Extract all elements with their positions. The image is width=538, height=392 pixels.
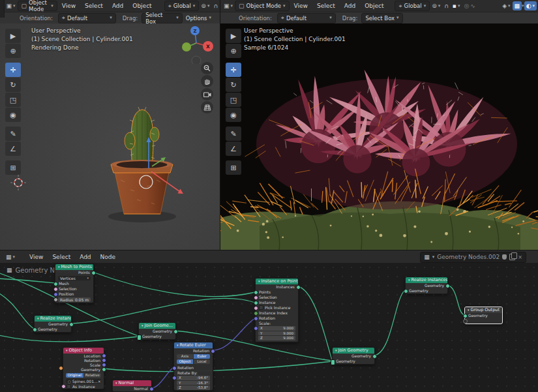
radius-field[interactable]: Radius0.05 m xyxy=(58,297,91,302)
snapping-button[interactable]: ⊚ ▾ xyxy=(199,1,211,10)
socket-geometry-in[interactable] xyxy=(33,327,37,332)
socket-normal-out[interactable] xyxy=(149,387,154,391)
mode-select[interactable]: ▢ Object Mode ▾ xyxy=(235,1,290,11)
clear-object-button[interactable]: × xyxy=(98,379,101,384)
socket-instance-in[interactable] xyxy=(254,301,258,305)
socket-position-in[interactable] xyxy=(53,292,58,297)
editor-type-button[interactable]: ▦ ▾ xyxy=(4,252,17,262)
menu-select[interactable]: Select xyxy=(80,3,108,9)
socket-rotation-out[interactable] xyxy=(211,349,215,354)
node-mesh-to-points[interactable]: ▾Mesh to Points Points Vertices▾ Mesh Se… xyxy=(55,264,94,303)
node-tree-selector[interactable]: ▦ ▾ Geometry Nodes.002 × xyxy=(420,252,526,263)
annotate-tool[interactable]: ✎ xyxy=(226,127,241,141)
rotate-x-field[interactable]: X-94.6° xyxy=(177,376,210,380)
orthographic-toggle-button[interactable] xyxy=(201,101,213,113)
measure-tool[interactable]: ∠ xyxy=(226,142,241,156)
socket-scale-in[interactable] xyxy=(254,326,258,331)
node-header[interactable]: ▾Group Output xyxy=(465,307,502,313)
show-overlays-button[interactable]: ▩ xyxy=(513,1,522,10)
rotate-y-field[interactable]: Y-16.3° xyxy=(177,381,210,385)
menu-node[interactable]: Node xyxy=(96,254,121,260)
unlink-button[interactable]: × xyxy=(518,254,522,260)
cursor-tool[interactable]: ⊕ xyxy=(5,44,21,58)
menu-add[interactable]: Add xyxy=(108,3,128,9)
snap-magnet-button[interactable]: ∩ xyxy=(442,1,451,10)
pick-instance-checkbox[interactable] xyxy=(259,305,263,310)
as-instance-checkbox[interactable] xyxy=(67,384,71,389)
socket-pick-instance-in[interactable] xyxy=(254,306,258,310)
socket-selection-in[interactable] xyxy=(53,287,58,292)
drag-dropdown[interactable]: Select Box ▾ xyxy=(142,13,182,23)
pan-hand-button[interactable] xyxy=(201,75,213,87)
socket-instances-out[interactable] xyxy=(296,285,301,290)
orientation-dropdown[interactable]: ⌖ Default ▾ xyxy=(277,13,336,23)
menu-add[interactable]: Add xyxy=(75,254,95,260)
socket-rotation-out[interactable] xyxy=(102,358,106,363)
menu-object[interactable]: Object xyxy=(128,3,156,9)
mode-select[interactable]: ▢ Object Mode ▾ xyxy=(18,1,57,11)
drag-dropdown[interactable]: Select Box ▾ xyxy=(361,13,402,23)
node-header[interactable]: ▾Mesh to Points xyxy=(55,264,93,270)
socket-virtual-in[interactable] xyxy=(463,319,468,324)
socket-geometry-multi-in[interactable] xyxy=(137,335,142,340)
3d-viewport-right[interactable]: User Perspective (1) Scene Collection | … xyxy=(220,23,538,250)
scale-x-field[interactable]: X9.000 xyxy=(258,326,295,331)
transform-tool[interactable]: ◉ xyxy=(226,108,241,122)
scale-tool[interactable]: ◳ xyxy=(5,93,21,107)
menu-view[interactable]: View xyxy=(25,254,48,260)
orientation-dropdown[interactable]: ⌖ Default ▾ xyxy=(58,13,116,23)
node-header[interactable]: ▾Join Geome... xyxy=(139,323,175,329)
node-join-geometry-right[interactable]: ▾Join Geometry Geometry Geometry xyxy=(332,347,375,365)
camera-view-button[interactable] xyxy=(201,88,213,100)
menu-object[interactable]: Object xyxy=(360,3,388,9)
socket-geometry-out[interactable] xyxy=(69,322,74,327)
snapping-button[interactable]: ⊚ ▾ xyxy=(430,1,442,10)
socket-rotation-in[interactable] xyxy=(172,366,177,370)
measure-tool[interactable]: ∠ xyxy=(5,142,21,156)
object-button[interactable]: Object xyxy=(177,359,193,364)
socket-geometry-in[interactable] xyxy=(463,314,468,318)
menu-select[interactable]: Select xyxy=(312,3,340,9)
rotate-tool[interactable]: ↻ xyxy=(226,78,241,92)
domain-dropdown[interactable]: Vertices▾ xyxy=(58,276,91,280)
node-header[interactable]: ▾Object Info xyxy=(63,348,104,354)
menu-select[interactable]: Select xyxy=(48,254,75,260)
local-button[interactable]: Local xyxy=(194,359,210,364)
menu-view[interactable]: View xyxy=(57,3,80,9)
socket-geometry-out[interactable] xyxy=(102,367,106,372)
editor-type-button[interactable]: ▣ ▾ xyxy=(5,1,18,10)
relative-button[interactable]: Relative xyxy=(84,373,102,378)
cursor-tool[interactable]: ⊕ xyxy=(226,44,241,58)
zoom-button[interactable] xyxy=(201,62,213,74)
scale-z-field[interactable]: Z9.000 xyxy=(258,336,295,340)
node-instance-on-points[interactable]: ▾Instance on Points Instances Points Sel… xyxy=(255,278,299,342)
socket-scale-out[interactable] xyxy=(102,363,106,367)
node-join-geometry-left[interactable]: ▾Join Geome... Geometry Geometry xyxy=(138,322,176,340)
socket-selection-in[interactable] xyxy=(254,295,258,300)
scale-y-field[interactable]: Y9.000 xyxy=(258,331,295,336)
rotate-tool[interactable]: ↻ xyxy=(5,78,21,92)
transform-tool[interactable]: ◉ xyxy=(5,108,21,122)
pivot-point-button[interactable]: ▪ ▾ xyxy=(451,1,462,10)
socket-rotation-in[interactable] xyxy=(254,316,258,321)
socket-object-in[interactable] xyxy=(59,366,63,370)
node-header[interactable]: ▾Join Geometry xyxy=(333,348,374,354)
transform-orientation-select[interactable]: ⌖ Global ▾ xyxy=(164,1,200,11)
socket-radius-in[interactable] xyxy=(53,297,58,302)
node-canvas[interactable]: ▦ Geometry Nodes.002 ▾Mesh to Points Poi… xyxy=(0,263,538,392)
editor-corner[interactable] xyxy=(0,0,5,18)
socket-rotate-by-in[interactable] xyxy=(172,376,177,380)
node-header[interactable]: ▾Instance on Points xyxy=(256,279,298,284)
axis-navigation-gizmo[interactable]: Z X xyxy=(181,25,218,64)
select-box-tool[interactable]: ▶ xyxy=(226,29,241,43)
move-tool[interactable]: ✛ xyxy=(226,63,241,77)
socket-geometry-out[interactable] xyxy=(445,284,450,288)
menu-view[interactable]: View xyxy=(290,3,312,9)
proportional-edit-button[interactable]: ◎ ∿ xyxy=(462,1,477,10)
node-header[interactable]: ▾Rotate Euler xyxy=(174,342,213,348)
editor-type-button[interactable]: ▣ ▾ xyxy=(222,1,235,10)
axis-angle-button[interactable]: Axis Angle xyxy=(177,354,193,359)
3d-viewport-left[interactable]: User Perspective (1) Scene Collection | … xyxy=(0,23,220,250)
original-button[interactable]: Original xyxy=(66,373,83,378)
socket-geometry-multi-in[interactable] xyxy=(331,359,335,365)
